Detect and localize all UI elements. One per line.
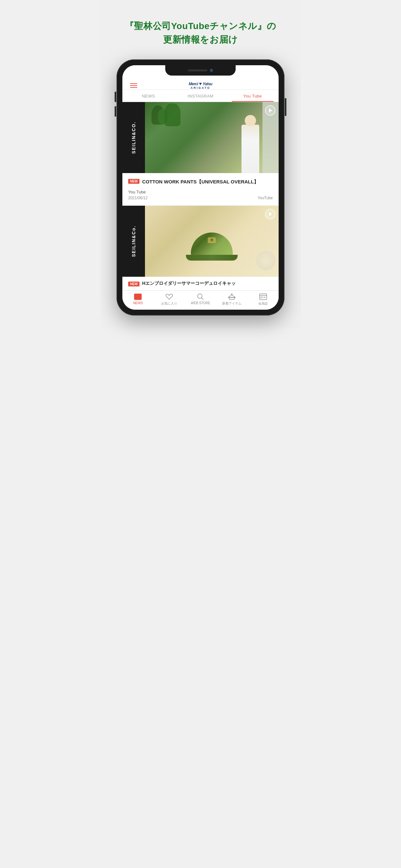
phone-notch [165, 65, 236, 75]
nav-membership-label: 会員証 [258, 301, 268, 306]
nav-web-store-label: WEB STORE [191, 301, 210, 305]
thumbnail-container-2: SEILIN&Co. H [122, 206, 279, 277]
tab-youtube[interactable]: You Tube [227, 90, 279, 102]
nav-tabs: NEWS INSTAGRAM You Tube [122, 90, 279, 102]
tab-instagram[interactable]: INSTAGRAM [174, 90, 226, 102]
header-title-line1: 『聖林公司YouTubeチャンネル』の [125, 21, 276, 31]
nav-new-items[interactable]: 新着アイテム [216, 293, 247, 306]
thumb-main-1 [145, 102, 279, 173]
nav-news-label: NEWS [133, 301, 143, 305]
article-title-row-1: NEW COTTON WORK PANTS【UNIVERSAL OVERALL】 [128, 178, 273, 185]
header-title-line2: 更新情報をお届け [163, 35, 238, 44]
svg-rect-9 [229, 298, 235, 299]
thumbnail-container-1: SEILIN&CO. [122, 102, 279, 173]
new-badge-1: NEW [128, 179, 140, 184]
article-meta-1: You Tube 2021/06/12 YouTube [128, 190, 273, 200]
hamburger-menu[interactable] [129, 82, 138, 89]
svg-rect-12 [260, 297, 263, 298]
hamburger-line-1 [130, 83, 137, 84]
hamburger-line-2 [130, 85, 137, 86]
heart-icon [165, 293, 174, 300]
thumb-side-text-1: SEILIN&CO. [131, 121, 136, 154]
tab-news[interactable]: NEWS [122, 90, 174, 102]
play-button-2[interactable] [265, 209, 275, 219]
thumb-main-2: H [145, 206, 279, 277]
logo-heart-icon: ♥ [199, 81, 203, 86]
nav-membership[interactable]: 会員証 [247, 293, 279, 306]
bottom-nav: NEWS お気に入り [122, 290, 279, 310]
header-section: 『聖林公司YouTubeチャンネル』の 更新情報をお届け [100, 0, 301, 59]
page-wrapper: 『聖林公司YouTubeチャンネル』の 更新情報をお届け [100, 0, 301, 329]
svg-point-6 [197, 294, 202, 299]
new-badge-2: NEW [128, 282, 140, 286]
play-button-1[interactable] [265, 105, 275, 116]
thumb-side-bar-1: SEILIN&CO. [122, 102, 145, 173]
article-date-1: 2021/06/12 [128, 196, 148, 200]
play-icon-1 [269, 108, 272, 113]
volume-up-button [115, 92, 116, 102]
nav-new-items-label: 新着アイテム [222, 301, 242, 306]
speaker [188, 69, 207, 71]
article-source-1: YouTube [258, 196, 273, 200]
phone-screen: Merci ♥ Yatsu ARIGATO NEWS INSTAGRAM You… [122, 65, 279, 310]
article-title-1: COTTON WORK PANTS【UNIVERSAL OVERALL】 [142, 178, 258, 185]
thumb-side-text-2: SEILIN&Co. [131, 225, 136, 257]
logo-text: Merci ♥ Yatsu [189, 82, 212, 86]
article-category-1: You Tube [128, 190, 273, 194]
article-title-row-2: NEW Hエンブロイダリーサマーコーデュロイキャッ [128, 281, 273, 286]
hamburger-line-3 [130, 87, 137, 88]
front-camera [210, 69, 213, 72]
article-title-2: Hエンブロイダリーサマーコーデュロイキャッ [142, 281, 273, 286]
article-meta-row-1: 2021/06/12 YouTube [128, 196, 273, 200]
nav-favorites[interactable]: お気に入り [154, 293, 185, 306]
video-thumbnail-1[interactable]: SEILIN&CO. [122, 102, 279, 173]
volume-down-button [115, 106, 116, 117]
nav-favorites-label: お気に入り [161, 301, 177, 306]
hanger-icon [227, 293, 236, 300]
content-area: SEILIN&CO. [122, 102, 279, 310]
power-button [285, 98, 286, 116]
nav-web-store[interactable]: WEB STORE [185, 293, 216, 306]
thumb-side-bar-2: SEILIN&Co. [122, 206, 145, 277]
play-icon-2 [269, 212, 272, 216]
logo-sub: ARIGATO [190, 86, 211, 89]
app-logo: Merci ♥ Yatsu ARIGATO [189, 82, 212, 89]
svg-rect-1 [135, 295, 137, 297]
phone-frame: Merci ♥ Yatsu ARIGATO NEWS INSTAGRAM You… [117, 59, 284, 315]
news-icon [134, 293, 142, 300]
header-title: 『聖林公司YouTubeチャンネル』の 更新情報をお届け [113, 20, 288, 46]
nav-news[interactable]: NEWS [122, 293, 154, 306]
search-icon [196, 293, 205, 300]
article-card-1[interactable]: NEW COTTON WORK PANTS【UNIVERSAL OVERALL】… [122, 173, 279, 206]
card-icon [259, 293, 267, 300]
article-card-2[interactable]: NEW Hエンブロイダリーサマーコーデュロイキャッ [122, 277, 279, 290]
svg-line-7 [202, 298, 204, 300]
video-thumbnail-2[interactable]: SEILIN&Co. H [122, 206, 279, 277]
